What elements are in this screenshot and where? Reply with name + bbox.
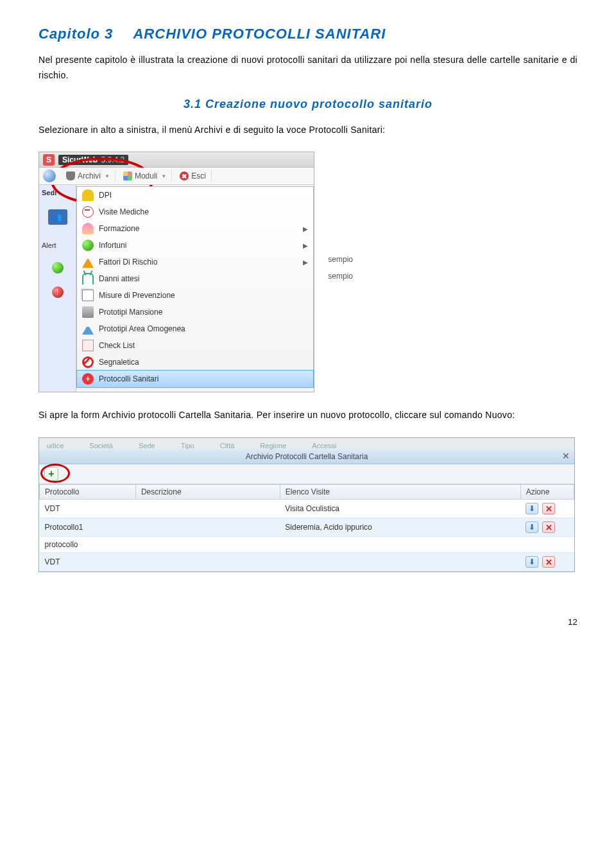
sidebar-sedi-label: Sedi [42,189,56,197]
paragraph-2: Selezionare in alto a sinistra, il menù … [38,123,578,138]
table-cell [280,553,520,572]
menu-item-formazione[interactable]: Formazione▶ [77,220,313,237]
plus-icon: + [82,373,94,385]
menu-item-label: Fattori Di Rischio [99,258,157,266]
table-cell [135,518,280,537]
table-cell [280,537,520,553]
download-button[interactable]: ⬇ [526,521,538,533]
menu-item-fattori-di-rischio[interactable]: Fattori Di Rischio▶sempio [77,254,313,270]
delete-button[interactable]: ✕ [542,556,555,568]
section-title: Creazione nuovo protocollo sanitario [205,98,432,110]
column-header[interactable]: Protocollo [40,485,136,500]
inf-icon [82,240,94,251]
menu-side-tag: sempio [328,272,353,281]
esci-icon: ✖ [180,171,189,180]
page-number: 12 [38,617,578,627]
paragraph-3: Si apre la form Archivio protocolli Cart… [38,408,578,423]
menu-side-tag: sempio [328,255,353,264]
table-cell: Protocollo1 [40,518,136,537]
sidebar: Sedi 👥 Alert ! [39,185,76,392]
annotation-circle-nuovo [40,464,70,483]
section-number: 3.1 [184,98,201,110]
table-row[interactable]: Protocollo1Sideremia, Acido ippurico⬇✕ [40,518,574,537]
chevron-down-icon: ▼ [161,173,166,179]
menu-item-label: Segnaletica [99,358,139,367]
action-cell: ⬇✕ [520,518,574,537]
doc-icon [82,290,94,301]
action-cell: ⬇✕ [520,553,574,572]
toolbar-archivi[interactable]: Archivi ▼ [61,170,116,182]
menu-item-label: Prototipi Mansione [99,308,162,317]
toolbar-moduli[interactable]: Moduli ▼ [118,170,172,182]
menu-item-infortuni[interactable]: Infortuni▶ [77,237,313,254]
table-row[interactable]: VDT⬇✕ [40,553,574,572]
menu-item-danni-attesi[interactable]: Danni attesisempio [77,270,313,287]
visite-icon [82,206,94,218]
sedi-icon[interactable]: 👥 [48,209,67,225]
menu-item-protocolli-sanitari[interactable]: +Protocolli Sanitari [76,370,314,388]
sidebar-alert-label: Alert [42,241,56,249]
check-icon [82,340,94,351]
delete-button[interactable]: ✕ [542,503,555,514]
ghost-tab: udice [47,442,64,450]
grid-toolbar: + [39,464,574,484]
ghost-tab: Sede [139,442,155,450]
menu-item-label: Danni attesi [99,274,139,283]
segn-icon [82,356,94,368]
table-cell: Visita Oculistica [280,500,520,518]
moduli-icon [123,171,132,180]
table-cell: VDT [40,553,136,572]
screenshot-protocolli-grid: udiceSocietàSedeTipoCittàRegioneAccessi … [38,437,578,572]
column-header[interactable]: Elenco Visite [280,485,520,500]
menu-item-misure-di-prevenzione[interactable]: Misure di Prevenzione [77,287,313,304]
table-cell [135,537,280,553]
screenshot-archivi-menu: S SicurWeb 5.9.4.2 Archivi ▼ Moduli ▼ ✖ … [38,152,578,392]
menu-item-dpi[interactable]: DPI [77,187,313,204]
close-icon[interactable]: ✕ [561,451,570,460]
action-cell: ⬇✕ [520,500,574,518]
ghost-tab: Regione [260,442,286,450]
menu-item-check-list[interactable]: Check List [77,337,313,354]
chapter-number: Capitolo 3 [38,26,113,42]
table-cell: Sideremia, Acido ippurico [280,518,520,537]
table-cell [135,500,280,518]
download-button[interactable]: ⬇ [526,503,538,514]
toolbar-archivi-label: Archivi [78,171,101,180]
form-icon [82,223,94,234]
ghost-tab: Accessi [312,442,336,450]
toolbar-esci[interactable]: ✖ Esci [175,170,212,182]
toolbar-esci-label: Esci [191,171,206,180]
menu-item-segnaletica[interactable]: Segnaletica [77,354,313,371]
intro-paragraph: Nel presente capitolo è illustrata la cr… [38,53,578,83]
fatt-icon [82,256,94,268]
archivi-icon [66,171,75,180]
column-header[interactable]: Azione [520,485,574,500]
download-button[interactable]: ⬇ [526,556,538,568]
menu-item-visite-mediche[interactable]: Visite Mediche [77,204,313,220]
globe-icon[interactable] [43,170,56,182]
delete-button[interactable]: ✕ [542,521,555,533]
app-toolbar: Archivi ▼ Moduli ▼ ✖ Esci [39,168,314,185]
table-cell [135,553,280,572]
proto-icon [82,306,94,318]
column-header[interactable]: Descrizione [135,485,280,500]
app-version: 5.9.4.2 [101,155,124,164]
area-icon [82,323,94,335]
app-name-text: SicurWeb [62,155,98,164]
table-row[interactable]: protocollo [40,537,574,553]
ghost-tab: Società [89,442,113,450]
menu-item-prototipi-area-omogenea[interactable]: Prototipi Area Omogenea [77,320,313,337]
section-heading: 3.1 Creazione nuovo protocollo sanitario [38,98,578,111]
grid-title-bar: Archivio Protocolli Cartella Sanitaria ✕ [39,450,574,464]
table-row[interactable]: VDTVisita Oculistica⬇✕ [40,500,574,518]
chapter-heading: Capitolo 3 ARCHIVIO PROTOCOLLI SANITARI [38,26,578,42]
ghost-tab: Città [220,442,235,450]
ghost-tab: Tipo [181,442,194,450]
menu-item-label: Check List [99,341,135,350]
app-name: SicurWeb 5.9.4.2 [58,155,128,165]
chapter-title: ARCHIVIO PROTOCOLLI SANITARI [133,26,386,42]
status-green-icon[interactable] [52,262,64,274]
menu-item-label: DPI [99,191,112,200]
menu-item-prototipi-mansione[interactable]: Prototipi Mansione [77,304,313,320]
status-red-icon[interactable]: ! [52,286,64,298]
